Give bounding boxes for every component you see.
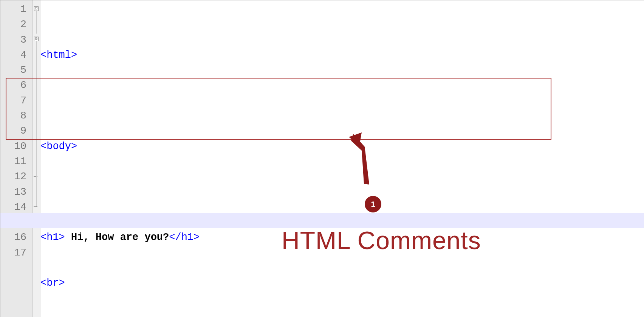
line-number-gutter: 1 2 3 4 5 6 7 8 9 10 11 12 13 14 15 16 1…: [0, 0, 33, 317]
tag-h1-close: </h1>: [169, 232, 200, 243]
line-number: 12: [0, 169, 26, 184]
fold-guide: [36, 176, 37, 206]
annotation-caption: HTML Comments: [282, 226, 481, 255]
code-line: [40, 185, 644, 200]
fold-column: ⊟ ⊟: [33, 0, 40, 317]
line-number: 7: [0, 93, 26, 108]
line-number: 14: [0, 200, 26, 215]
fold-toggle-icon[interactable]: ⊟: [34, 37, 39, 41]
fold-guide: [36, 41, 37, 177]
line-number: 2: [0, 17, 26, 32]
line-number: 5: [0, 63, 26, 78]
tag-html: <html>: [40, 49, 77, 61]
annotation-badge: 1: [365, 196, 381, 212]
tag-body: <body>: [40, 141, 77, 152]
line-number: 3: [0, 32, 26, 48]
fold-toggle-icon[interactable]: ⊟: [34, 6, 39, 11]
line-number: 11: [0, 154, 26, 169]
line-number: 1: [0, 2, 26, 17]
badge-number: 1: [371, 200, 375, 209]
code-editor[interactable]: 1 2 3 4 5 6 7 8 9 10 11 12 13 14 15 16 1…: [0, 0, 644, 317]
line-number: 10: [0, 139, 26, 154]
line-number: 4: [0, 48, 26, 63]
code-line: [40, 93, 644, 108]
code-line: <br>: [40, 275, 644, 291]
line-number: 13: [0, 185, 26, 200]
line-number: 6: [0, 78, 26, 93]
code-line: <html>: [40, 48, 644, 63]
code-area[interactable]: <html> <body> <h1> Hi, How are you?</h1>…: [40, 0, 644, 317]
fold-end-icon: [34, 176, 37, 177]
fold-end-icon: [34, 206, 37, 207]
line-number: 16: [0, 230, 26, 245]
tag-h1-open: <h1>: [40, 232, 65, 243]
text-h1: Hi, How are you?: [65, 232, 169, 243]
tag-br: <br>: [40, 277, 65, 289]
line-number: 8: [0, 108, 26, 123]
fold-guide: [36, 11, 37, 34]
code-line: <body>: [40, 139, 644, 154]
line-number: 17: [0, 245, 26, 260]
line-number: 9: [0, 123, 26, 138]
